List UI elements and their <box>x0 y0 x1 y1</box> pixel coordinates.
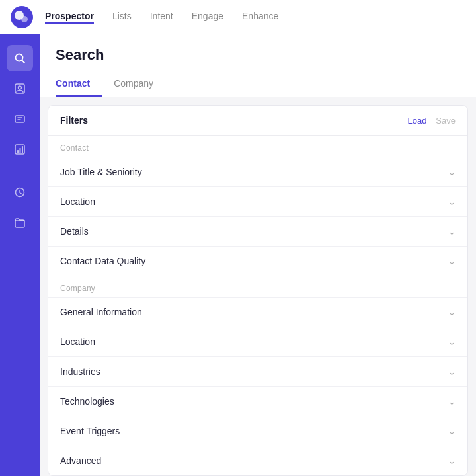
chevron-down-icon: ⌄ <box>448 337 456 347</box>
main-content: Search Contact Company Filters Load Save… <box>40 34 476 476</box>
tab-contact[interactable]: Contact <box>56 73 102 97</box>
sidebar <box>0 34 40 476</box>
svg-point-2 <box>21 16 28 22</box>
filter-event-triggers[interactable]: Event Triggers ⌄ <box>48 416 467 446</box>
chevron-down-icon: ⌄ <box>448 367 456 377</box>
tab-company[interactable]: Company <box>114 73 165 97</box>
filter-general-information[interactable]: General Information ⌄ <box>48 297 467 327</box>
filter-industries[interactable]: Industries ⌄ <box>48 356 467 386</box>
nav-prospector[interactable]: Prospector <box>45 11 94 24</box>
nav-intent[interactable]: Intent <box>150 11 173 24</box>
chevron-down-icon: ⌄ <box>448 456 456 466</box>
save-button[interactable]: Save <box>436 116 456 126</box>
svg-rect-12 <box>20 148 21 153</box>
logo-icon <box>11 6 33 28</box>
page-title: Search <box>56 46 460 63</box>
filters-header: Filters Load Save <box>48 106 467 136</box>
filter-job-title[interactable]: Job Title & Seniority ⌄ <box>48 157 467 186</box>
sidebar-folder-icon[interactable] <box>7 210 33 236</box>
filters-label: Filters <box>60 115 88 126</box>
svg-rect-11 <box>17 150 19 153</box>
page-header: Search Contact Company <box>40 34 476 97</box>
svg-line-4 <box>22 61 25 63</box>
sidebar-list-icon[interactable] <box>7 106 33 132</box>
top-nav: Prospector Lists Intent Engage Enhance <box>0 0 476 34</box>
chevron-down-icon: ⌄ <box>448 227 456 237</box>
chevron-down-icon: ⌄ <box>448 426 456 436</box>
filter-technologies[interactable]: Technologies ⌄ <box>48 386 467 416</box>
chevron-down-icon: ⌄ <box>448 197 456 207</box>
svg-point-6 <box>19 86 22 89</box>
company-section-label: Company <box>48 276 467 297</box>
nav-engage[interactable]: Engage <box>192 11 223 24</box>
chevron-down-icon: ⌄ <box>448 167 456 177</box>
filter-contact-data-quality[interactable]: Contact Data Quality ⌄ <box>48 246 467 276</box>
tab-bar: Contact Company <box>56 73 460 97</box>
chevron-down-icon: ⌄ <box>448 307 456 317</box>
contact-section-label: Contact <box>48 136 467 157</box>
nav-lists[interactable]: Lists <box>112 11 132 24</box>
filter-advanced[interactable]: Advanced ⌄ <box>48 446 467 475</box>
top-nav-items: Prospector Lists Intent Engage Enhance <box>45 11 278 24</box>
sidebar-chart-icon[interactable] <box>7 136 33 163</box>
sidebar-history-icon[interactable] <box>7 179 33 206</box>
nav-enhance[interactable]: Enhance <box>242 11 278 24</box>
sidebar-contact-icon[interactable] <box>7 75 33 102</box>
sidebar-search-icon[interactable] <box>7 45 33 71</box>
chevron-down-icon: ⌄ <box>448 397 456 407</box>
filter-details[interactable]: Details ⌄ <box>48 216 467 246</box>
filter-location-company[interactable]: Location ⌄ <box>48 327 467 356</box>
filter-location-contact[interactable]: Location ⌄ <box>48 186 467 216</box>
svg-rect-13 <box>22 146 23 153</box>
filters-panel: Filters Load Save Contact Job Title & Se… <box>48 105 468 476</box>
load-button[interactable]: Load <box>407 116 426 126</box>
layout: Search Contact Company Filters Load Save… <box>0 34 476 476</box>
chevron-down-icon: ⌄ <box>448 257 456 266</box>
sidebar-divider <box>10 171 30 171</box>
svg-point-3 <box>16 54 23 61</box>
filters-actions: Load Save <box>407 116 456 126</box>
svg-rect-7 <box>15 116 24 122</box>
